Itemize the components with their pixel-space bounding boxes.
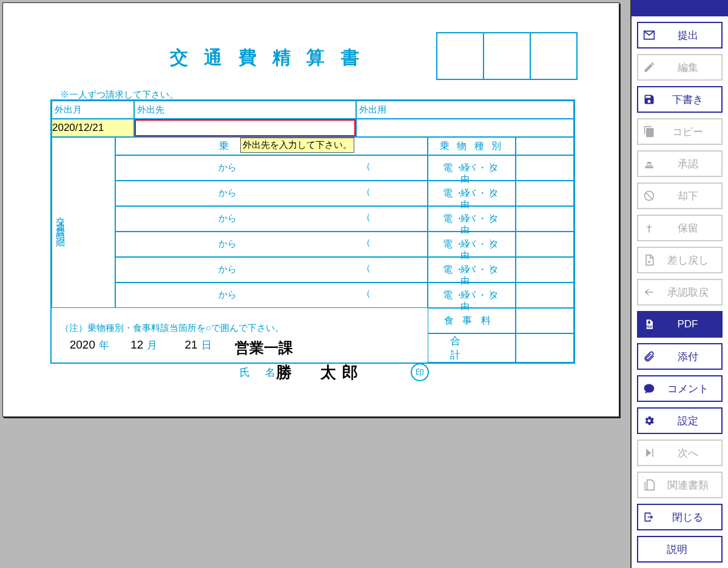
comment-icon	[638, 383, 660, 395]
btn-label: 承認	[660, 157, 721, 171]
btn-label: 添付	[660, 350, 721, 364]
seal-mark: 印	[411, 363, 429, 381]
btn-label: 提出	[660, 28, 721, 42]
related-icon	[638, 479, 660, 491]
vlabel-meisai: 交通費明細	[52, 204, 69, 241]
date-input[interactable]: 2020/12/21	[52, 119, 134, 137]
btn-label: 説明	[638, 543, 721, 556]
amount-cell[interactable]	[516, 232, 574, 257]
btn-label: 差し戻し	[660, 253, 721, 267]
kbetu-cell[interactable]: 電・バ・タ	[428, 232, 516, 257]
ride-row[interactable]: から（経由）	[115, 155, 428, 181]
btn-label: 設定	[660, 414, 721, 428]
remand-icon	[638, 254, 660, 266]
btn-edit: 編集	[637, 54, 723, 81]
btn-hold: 保留	[637, 215, 723, 241]
copy-icon	[638, 125, 660, 138]
department: 営業一課	[235, 338, 293, 358]
btn-label: 閉じる	[660, 510, 721, 524]
sidebar-header	[632, 0, 728, 16]
expense-form: 交 通 費 精 算 書 ※一人ずつ請求して下さい。 外出月 外出先 外出用 20…	[2, 2, 619, 417]
btn-comment[interactable]: コメント	[637, 375, 723, 402]
edit-icon	[638, 61, 660, 73]
amount-cell[interactable]	[516, 206, 574, 232]
footer-date: 2020年 12月 21日	[62, 338, 215, 352]
kbetu-cell[interactable]: 電・バ・タ	[428, 257, 516, 282]
btn-label: 関連書類	[660, 478, 721, 492]
hold-icon	[638, 222, 660, 234]
btn-label: 下書き	[660, 93, 721, 107]
meal-amount[interactable]	[516, 308, 574, 333]
svg-text:PDF: PDF	[645, 325, 653, 329]
reject-icon	[638, 190, 660, 202]
btn-label: コピー	[660, 125, 721, 139]
draft-icon	[638, 93, 660, 105]
btn-attach[interactable]: 添付	[637, 343, 723, 370]
btn-label: 承認取戻	[660, 286, 721, 299]
total-label: 合 計	[428, 333, 516, 363]
hdr-purpose: 外出用	[356, 101, 574, 119]
name-label: 氏 名	[240, 366, 281, 379]
btn-cancel: 承認取戻	[637, 279, 723, 306]
kbetu-cell[interactable]: 電・バ・タ	[428, 155, 516, 181]
ride-row[interactable]: から（経由）	[115, 206, 428, 232]
amount-cell[interactable]	[516, 257, 574, 282]
btn-related: 関連書類	[637, 472, 723, 498]
ride-row[interactable]: から（経由）	[115, 282, 428, 308]
btn-label: 次へ	[660, 446, 721, 460]
amount-cell[interactable]	[516, 155, 574, 181]
hdr-dest: 外出先	[134, 101, 356, 119]
btn-remand: 差し戻し	[637, 247, 723, 273]
hdr-kbetu: 乗 物 種 別	[428, 137, 516, 155]
kbetu-cell[interactable]: 電・バ・タ	[428, 181, 516, 206]
ride-row[interactable]: から（経由）	[115, 257, 428, 282]
kbetu-cell[interactable]: 電・バ・タ	[428, 282, 516, 308]
hdr-amount	[516, 137, 574, 155]
form-title: 交 通 費 精 算 書	[170, 45, 365, 70]
note-bottom: （注）乗物種別・食事料該当箇所を○で囲んで下さい。	[60, 322, 284, 334]
btn-settings[interactable]: 設定	[637, 407, 723, 434]
dest-tooltip: 外出先を入力して下さい。	[240, 138, 354, 153]
submit-icon	[638, 29, 660, 41]
btn-help[interactable]: 説明	[637, 536, 723, 563]
cancel-icon	[638, 286, 660, 298]
ride-row[interactable]: から（経由）	[115, 181, 428, 206]
amount-cell[interactable]	[516, 282, 574, 308]
applicant-name: 勝 太郎	[276, 362, 365, 383]
approve-icon	[638, 158, 660, 170]
btn-label: 保留	[660, 221, 721, 235]
btn-label: 却下	[660, 189, 721, 203]
approval-stamps	[436, 32, 578, 80]
next-icon	[638, 447, 660, 459]
meal-label: 食事料	[428, 308, 516, 333]
settings-icon	[638, 415, 660, 427]
btn-draft[interactable]: 下書き	[637, 86, 723, 113]
pdf-icon: PDF	[638, 318, 660, 330]
hdr-month: 外出月	[52, 101, 134, 119]
dest-input[interactable]	[134, 119, 356, 137]
ride-row[interactable]: から（経由）	[115, 232, 428, 257]
amount-cell[interactable]	[516, 181, 574, 206]
kbetu-cell[interactable]: 電・バ・タ	[428, 206, 516, 232]
attach-icon	[638, 350, 660, 363]
purpose-input[interactable]	[356, 119, 574, 137]
btn-close[interactable]: 閉じる	[637, 504, 723, 530]
btn-approve: 承認	[637, 150, 723, 177]
btn-label: 編集	[660, 61, 721, 75]
btn-copy: コピー	[637, 118, 723, 145]
btn-next: 次へ	[637, 439, 723, 466]
close-icon	[638, 511, 660, 523]
btn-label: PDF	[660, 318, 721, 330]
svg-line-1	[646, 193, 652, 199]
action-sidebar: 提出編集下書きコピー承認却下保留差し戻し承認取戻PDFPDF添付コメント設定次へ…	[630, 0, 728, 568]
btn-submit[interactable]: 提出	[637, 22, 723, 48]
btn-reject: 却下	[637, 182, 723, 209]
btn-label: コメント	[660, 382, 721, 396]
btn-pdf[interactable]: PDFPDF	[637, 311, 723, 338]
